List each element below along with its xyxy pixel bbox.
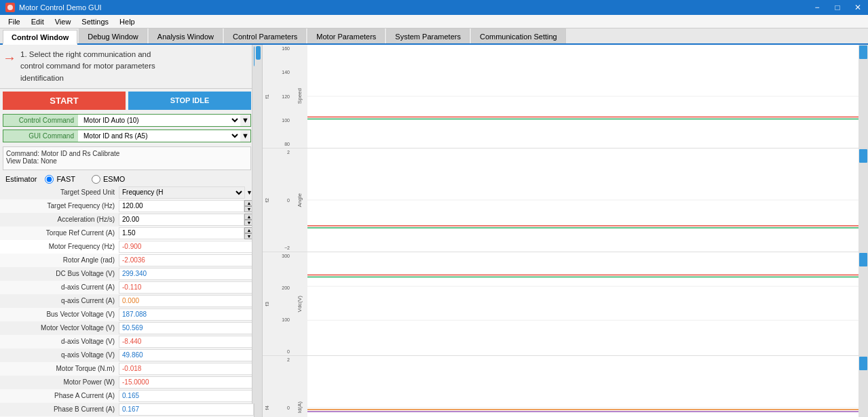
estimator-label: Estimator bbox=[5, 175, 37, 183]
menu-settings[interactable]: Settings bbox=[76, 16, 114, 27]
param-dc-bus-voltage: DC Bus Voltage (V) bbox=[0, 267, 254, 281]
id-scroll[interactable] bbox=[858, 356, 868, 417]
angle-chart-content bbox=[307, 148, 858, 252]
vdc-y-axis: 300 200 100 0 bbox=[271, 252, 291, 355]
chart-scroll-thumb bbox=[256, 46, 261, 60]
q-axis-current-value bbox=[119, 295, 254, 307]
d-axis-current-value bbox=[119, 281, 254, 294]
minimize-btn[interactable]: − bbox=[807, 0, 827, 15]
phase-a-current-value bbox=[119, 390, 254, 402]
acceleration-input[interactable] bbox=[119, 214, 244, 226]
close-btn[interactable]: ✕ bbox=[848, 0, 868, 15]
param-torque-ref: Torque Ref Current (A) ▲ ▼ bbox=[0, 226, 254, 240]
f1-label: f1 bbox=[264, 94, 270, 99]
tab-analysis-window[interactable]: Analysis Window bbox=[149, 28, 223, 43]
param-motor-frequency: Motor Frequency (Hz) bbox=[0, 240, 254, 254]
vdc-scroll[interactable] bbox=[858, 252, 868, 355]
control-command-row: Control Command Motor ID Auto (10) ▼ bbox=[3, 114, 251, 127]
tab-control-window[interactable]: Control Window bbox=[3, 30, 77, 45]
menu-file[interactable]: File bbox=[3, 16, 26, 27]
svg-point-0 bbox=[7, 5, 13, 10]
speed-label-col: Speed bbox=[291, 45, 307, 148]
description-text: Command: Motor ID and Rs Calibrate View … bbox=[6, 150, 248, 165]
gui-command-label: GUI Command bbox=[3, 130, 78, 142]
chart-left-scrollbar[interactable] bbox=[254, 45, 263, 417]
bus-vector-voltage-value bbox=[119, 309, 254, 321]
vdc-chart-svg bbox=[307, 252, 858, 355]
q-axis-voltage-value bbox=[119, 349, 254, 361]
angle-y-axis: 2 0 −2 bbox=[271, 148, 291, 252]
angle-y-0: 0 bbox=[271, 198, 290, 203]
esmo-radio-label[interactable]: ESMO bbox=[92, 175, 125, 184]
param-q-axis-voltage: q-axis Voltage (V) bbox=[0, 349, 254, 362]
stop-button[interactable]: STOP IDLE bbox=[128, 92, 251, 110]
motor-frequency-value bbox=[119, 241, 254, 253]
param-d-axis-voltage: d-axis Voltage (V) bbox=[0, 335, 254, 349]
f4-label-col: f4 bbox=[263, 356, 271, 417]
tab-debug-window[interactable]: Debug Window bbox=[79, 28, 147, 43]
menu-view[interactable]: View bbox=[50, 16, 77, 27]
id-y-2: 2 bbox=[271, 357, 290, 362]
angle-label-col: Angle bbox=[291, 148, 307, 252]
control-command-label: Control Command bbox=[3, 115, 78, 126]
fast-label: FAST bbox=[56, 175, 75, 183]
id-chart-content bbox=[307, 356, 858, 417]
tab-control-parameters[interactable]: Control Parameters bbox=[224, 28, 306, 43]
param-motor-vector-voltage: Motor Vector Voltage (V) bbox=[0, 321, 254, 335]
app-icon bbox=[5, 3, 15, 12]
action-buttons: START STOP IDLE bbox=[0, 89, 254, 113]
chart-panel-angle: f2 2 0 −2 Angle bbox=[263, 148, 868, 252]
id-scroll-thumb bbox=[859, 357, 867, 370]
id-y-label: Id(A) bbox=[297, 401, 303, 413]
tab-system-parameters[interactable]: System Parameters bbox=[386, 28, 470, 43]
f2-label: f2 bbox=[264, 198, 270, 203]
parameters-section: Target Speed Unit Frequency (H ▼ Target … bbox=[0, 186, 254, 417]
param-phase-b-current: Phase B Current (A) bbox=[0, 403, 254, 416]
fast-radio[interactable] bbox=[45, 175, 54, 184]
esmo-radio[interactable] bbox=[92, 175, 100, 184]
esmo-label: ESMO bbox=[103, 175, 125, 183]
torque-ref-input[interactable] bbox=[119, 227, 244, 239]
speed-y-100: 100 bbox=[271, 118, 290, 123]
speed-y-120: 120 bbox=[271, 94, 290, 99]
chart-panels-container: f1 160 140 120 100 80 Speed bbox=[263, 45, 868, 417]
speed-scroll-thumb bbox=[859, 45, 867, 59]
menu-help[interactable]: Help bbox=[114, 16, 140, 27]
gui-command-select[interactable]: Motor ID and Rs (A5) bbox=[78, 130, 240, 142]
id-chart-svg bbox=[307, 356, 858, 417]
f1-label-col: f1 bbox=[263, 45, 271, 148]
red-arrow-icon: → bbox=[3, 50, 16, 66]
description-area: Command: Motor ID and Rs Calibrate View … bbox=[3, 146, 251, 170]
gui-command-row: GUI Command Motor ID and Rs (A5) ▼ bbox=[3, 130, 251, 142]
chart-panel-speed: f1 160 140 120 100 80 Speed bbox=[263, 45, 868, 148]
angle-chart-svg bbox=[307, 148, 858, 252]
start-button[interactable]: START bbox=[3, 92, 126, 110]
speed-chart-svg bbox=[307, 45, 858, 148]
target-speed-select[interactable]: Frequency (H bbox=[119, 186, 245, 199]
param-rotor-angle: Rotor Angle (rad) bbox=[0, 254, 254, 267]
tab-communication-setting[interactable]: Communication Setting bbox=[471, 28, 566, 43]
control-command-select[interactable]: Motor ID Auto (10) bbox=[78, 115, 240, 126]
dc-bus-voltage-value bbox=[119, 268, 254, 280]
vdc-scroll-thumb bbox=[859, 253, 867, 266]
param-target-speed-unit: Target Speed Unit Frequency (H ▼ bbox=[0, 186, 254, 199]
menu-edit[interactable]: Edit bbox=[26, 16, 50, 27]
speed-y-140: 140 bbox=[271, 70, 290, 75]
param-q-axis-current: q-axis Current (A) bbox=[0, 294, 254, 308]
speed-scroll[interactable] bbox=[858, 45, 868, 148]
app-title: Motor Control Demo GUI bbox=[19, 3, 102, 12]
main-content: → 1. Select the right communication and … bbox=[0, 45, 868, 417]
maximize-btn[interactable]: □ bbox=[827, 0, 848, 15]
param-phase-a-current: Phase A Current (A) bbox=[0, 389, 254, 403]
right-section: f1 160 140 120 100 80 Speed bbox=[254, 45, 868, 417]
tab-motor-parameters[interactable]: Motor Parameters bbox=[307, 28, 385, 43]
angle-y-2: 2 bbox=[271, 150, 290, 155]
angle-y-m2: −2 bbox=[271, 245, 290, 250]
fast-radio-label[interactable]: FAST bbox=[45, 175, 75, 184]
angle-y-label: Angle bbox=[297, 193, 303, 207]
target-frequency-input[interactable] bbox=[119, 200, 244, 212]
vdc-y-0: 0 bbox=[271, 349, 290, 354]
speed-y-160: 160 bbox=[271, 46, 290, 51]
angle-scroll[interactable] bbox=[858, 148, 868, 252]
vdc-label-col: Vdc(V) bbox=[291, 252, 307, 355]
